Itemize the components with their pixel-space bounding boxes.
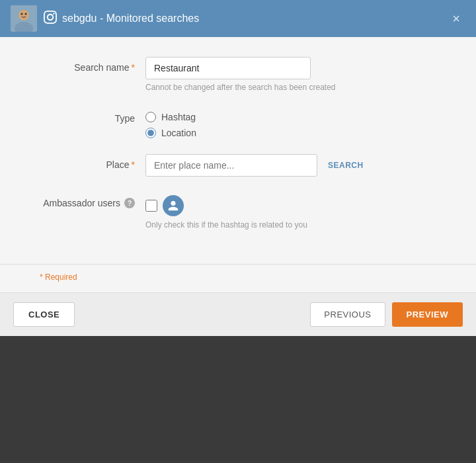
modal-body: Search name* Cannot be changed after the… xyxy=(0,37,476,259)
ambassador-label-cell: Ambassador users ? xyxy=(40,192,145,208)
search-name-label: Search name* xyxy=(40,57,145,73)
ambassador-controls xyxy=(145,192,436,216)
ambassador-checkbox[interactable] xyxy=(145,200,157,212)
place-label: Place* xyxy=(40,154,145,170)
type-hashtag-radio[interactable] xyxy=(145,112,156,122)
place-input-wrapper: SEARCH xyxy=(145,154,436,177)
divider xyxy=(0,264,476,265)
ambassador-hint: Only check this if the hashtag is relate… xyxy=(145,220,436,230)
header-close-button[interactable]: × xyxy=(447,9,465,29)
type-radio-group: Hashtag Location xyxy=(145,108,436,138)
previous-button[interactable]: PREVIOUS xyxy=(310,302,385,327)
footer-right: PREVIOUS PREVIEW xyxy=(310,302,463,327)
modal-header: sebgdu - Monitored searches × xyxy=(0,0,476,37)
place-control: SEARCH xyxy=(145,154,436,177)
place-search-button[interactable]: SEARCH xyxy=(325,158,366,173)
search-name-row: Search name* Cannot be changed after the… xyxy=(40,57,436,92)
search-name-hint: Cannot be changed after the search has b… xyxy=(145,83,436,92)
ambassador-help-icon[interactable]: ? xyxy=(124,198,135,208)
type-location-radio[interactable] xyxy=(145,128,156,138)
type-hashtag-option[interactable]: Hashtag xyxy=(145,112,436,122)
svg-point-4 xyxy=(21,13,23,15)
type-row: Type Hashtag Location xyxy=(40,108,436,138)
type-hashtag-label: Hashtag xyxy=(161,112,196,122)
search-name-control: Cannot be changed after the search has b… xyxy=(145,57,436,92)
close-button[interactable]: CLOSE xyxy=(13,302,75,327)
type-label: Type xyxy=(40,108,145,124)
instagram-icon xyxy=(44,11,57,27)
type-location-label: Location xyxy=(161,128,196,138)
type-control: Hashtag Location xyxy=(145,108,436,138)
ambassador-row: Ambassador users ? Only check this if th… xyxy=(40,192,436,230)
ambassador-control: Only check this if the hashtag is relate… xyxy=(145,192,436,230)
place-input[interactable] xyxy=(145,154,317,177)
required-note: * Required xyxy=(0,273,476,282)
place-row: Place* SEARCH xyxy=(40,154,436,177)
preview-button[interactable]: PREVIEW xyxy=(392,302,463,327)
ambassador-user-icon xyxy=(163,195,184,216)
header-title: sebgdu - Monitored searches xyxy=(62,13,447,24)
svg-point-5 xyxy=(25,13,27,15)
modal-footer: CLOSE PREVIOUS PREVIEW xyxy=(0,292,476,336)
ambassador-label: Ambassador users xyxy=(43,198,120,208)
search-name-input[interactable] xyxy=(145,57,311,79)
type-location-option[interactable]: Location xyxy=(145,128,436,138)
avatar xyxy=(11,5,37,32)
